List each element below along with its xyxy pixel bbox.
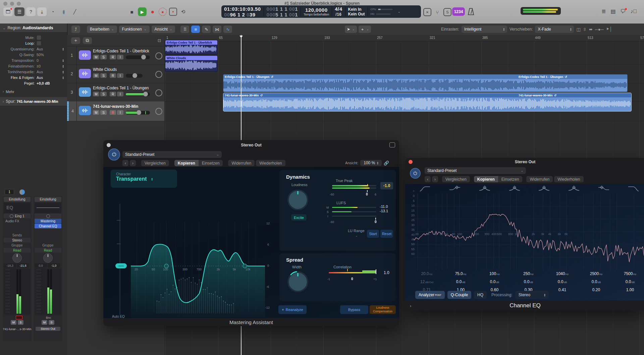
param-row-loop[interactable]: Loop: (0, 40, 67, 46)
lowpass-band-icon[interactable] (627, 185, 640, 192)
region-inspector-header[interactable]: ⌄ Region: Audiostandards (0, 24, 67, 33)
cheq-analyzer-graph[interactable] (413, 193, 644, 270)
crossfade-icon[interactable]: ⋈ (213, 26, 221, 33)
loop-checkbox[interactable] (37, 41, 41, 46)
setting-button[interactable]: Einstellung (35, 197, 61, 202)
paste-button[interactable]: Einsetzen (498, 176, 523, 182)
pan-knob[interactable] (12, 253, 22, 263)
loop-browser-icon[interactable]: ♪⃝ (631, 8, 637, 14)
list-editors-icon[interactable]: ≣ (601, 8, 606, 14)
region-track3[interactable]: Erfolgs-Codes Teil 1 - Übungen↺ Erfolgs-… (223, 74, 628, 92)
solo-button[interactable]: S (100, 73, 107, 78)
play-icon[interactable]: ▶ (138, 7, 147, 16)
snap-dropdown[interactable]: Intelligent▴▾ (462, 26, 507, 33)
volume-slider[interactable] (126, 92, 150, 96)
volume-slider[interactable] (126, 74, 143, 78)
strip-mute-button[interactable]: M (42, 320, 47, 325)
param-row-flex[interactable]: Flex & Folgen:Aus▴▾ (0, 75, 67, 80)
track-header-4-selected[interactable]: 4 741-lunar-waves-30-Min M S R I (67, 101, 164, 121)
zoom-vertical-icon[interactable]: ⇳ (583, 27, 587, 32)
view-zoom-dropdown[interactable]: 100 %▴▾ (360, 160, 382, 166)
low-shelf-band-icon[interactable] (448, 185, 461, 192)
band-column-4[interactable]: 250Hz0.0dB0.30 (512, 270, 545, 294)
param-row-gain[interactable]: Pegel:+0,0 dB (0, 80, 67, 86)
strip-name[interactable]: Stereo Out (36, 327, 60, 331)
prev-preset-button[interactable]: ‹ (425, 176, 431, 182)
track-header-2[interactable]: 2 White Clouds M S R I (67, 64, 164, 83)
toolbar-toggle-icon[interactable]: ⤓ (37, 7, 47, 16)
band-column-3[interactable]: 100Hz0.0dB0.60 (478, 270, 512, 294)
record-enable-button[interactable]: R (110, 110, 116, 115)
stop-icon[interactable]: ■ (128, 8, 136, 15)
region-track2[interactable]: White Clouds (165, 55, 218, 72)
excite-button[interactable]: Excite (291, 214, 307, 221)
analyzer-button[interactable]: AnalyzerPOST (415, 291, 445, 299)
start-button[interactable]: Start (367, 230, 379, 238)
setting-button[interactable]: Einstellung (4, 197, 31, 202)
strip-name[interactable]: 741-lunar-…s-30-Min (3, 327, 32, 331)
track-header-3[interactable]: 3 Erfolgs-Codes Teil 1 - Übungen M S R I (67, 83, 164, 102)
back-icon[interactable]: ⤴ (71, 26, 80, 33)
mute-button[interactable]: M (93, 110, 99, 115)
record-enable-button[interactable]: R (110, 73, 116, 78)
hq-button[interactable]: HQ (474, 291, 487, 299)
track-on-off-button[interactable] (155, 89, 162, 96)
preset-dropdown[interactable]: Standard-Preset⌄ (425, 167, 526, 174)
record-toggle-icon[interactable]: ● (169, 8, 177, 16)
param-row-pitchsource[interactable]: Tonhöhenquelle:Aus▴▾ (0, 69, 67, 75)
ma-titlebar[interactable]: Stereo Out (103, 140, 399, 150)
format-toggle-icon[interactable] (19, 189, 25, 195)
sidebar-disclosure-icon[interactable]: › (410, 303, 411, 308)
input-monitor-button[interactable]: I (117, 110, 123, 115)
undo-button[interactable]: Widerrufen (526, 176, 553, 182)
waveform-zoom-icon[interactable]: ◫ (576, 27, 580, 32)
mute-button[interactable]: M (93, 55, 99, 59)
view-menu[interactable]: Ansicht⌄ (152, 26, 175, 33)
close-icon[interactable] (107, 143, 111, 147)
mute-button[interactable]: M (93, 92, 99, 96)
band-column-2[interactable]: 75.0Hz0.0dB1.00 (444, 270, 478, 294)
param-row-quantize[interactable]: Quantisierung:Aus▴▾ (0, 46, 67, 52)
copy-button[interactable]: Kopieren (474, 176, 498, 182)
automation-mode-slot[interactable]: Read (4, 248, 31, 253)
count-in-button[interactable]: 1234 (452, 7, 465, 16)
character-selector[interactable]: Character Transparent▴▾ (111, 170, 177, 188)
chat-icon[interactable]: 🗩 (621, 8, 626, 14)
level-meter[interactable]: Bnc (35, 268, 61, 315)
q-couple-button[interactable]: Q-Couple (447, 291, 471, 299)
secondary-tool-menu[interactable]: ＋⌄ (359, 26, 371, 33)
processing-dropdown[interactable]: Stereo▴▾ (515, 291, 549, 299)
compare-button[interactable]: Vergleichen (442, 176, 470, 182)
solo-button[interactable]: S (100, 110, 107, 115)
drag-dropdown[interactable]: X-Fade▴▾ (535, 26, 574, 33)
lcd-io-section[interactable]: Kein In Kein Out (345, 5, 368, 18)
highpass-band-icon[interactable] (419, 185, 431, 192)
close-window-button[interactable] (3, 2, 7, 6)
playhead-marker[interactable] (239, 36, 243, 38)
track-header-1[interactable]: 1 Erfolgs-Codes Teil 1 - Überblick M S R… (67, 46, 164, 65)
flex-icon[interactable]: ∿ (223, 26, 232, 33)
undo-button[interactable]: Widerrufen (228, 160, 255, 166)
bell-band-icon[interactable] (508, 185, 521, 192)
param-row-qswing[interactable]: Q-Swing:50% (0, 52, 67, 57)
zoom-window-button[interactable] (17, 2, 21, 6)
next-preset-button[interactable]: › (432, 176, 438, 182)
grid-icon[interactable]: ⠿ (180, 26, 189, 33)
lcd-locator-section[interactable]: 0001 1 1 001 0005 1 1 001 (264, 5, 301, 18)
lcd-tempo-section[interactable]: 120,0000 Tempo beibehalten (301, 5, 332, 18)
eq-thumbnail[interactable]: EQ (4, 203, 31, 213)
catch-playhead-icon[interactable]: ⯈│ (606, 27, 612, 32)
quick-help-icon[interactable]: ? (26, 7, 36, 16)
redo-button[interactable]: Wiederholen (554, 176, 583, 182)
param-row-finetune[interactable]: Feinabstimmen:±0▴▾ (0, 63, 67, 69)
smart-controls-icon[interactable]: ◔ (48, 7, 57, 16)
preset-dropdown[interactable]: Standard-Preset⌄ (122, 151, 222, 158)
region-track1[interactable]: Erfolgs-Codes Teil 1 - Überblick (165, 40, 218, 54)
loudness-compensation-button[interactable]: LoudnessCompensation (370, 305, 396, 314)
record-enable-button[interactable]: R (110, 92, 116, 96)
band-column-5[interactable]: 1040Hz0.0dB0.41 (545, 270, 579, 294)
bypass-button[interactable]: Bypass (340, 305, 368, 314)
strip-solo-button[interactable]: S (49, 320, 54, 325)
automation-icon[interactable]: ✎ (202, 26, 211, 33)
width-knob[interactable] (287, 271, 308, 292)
